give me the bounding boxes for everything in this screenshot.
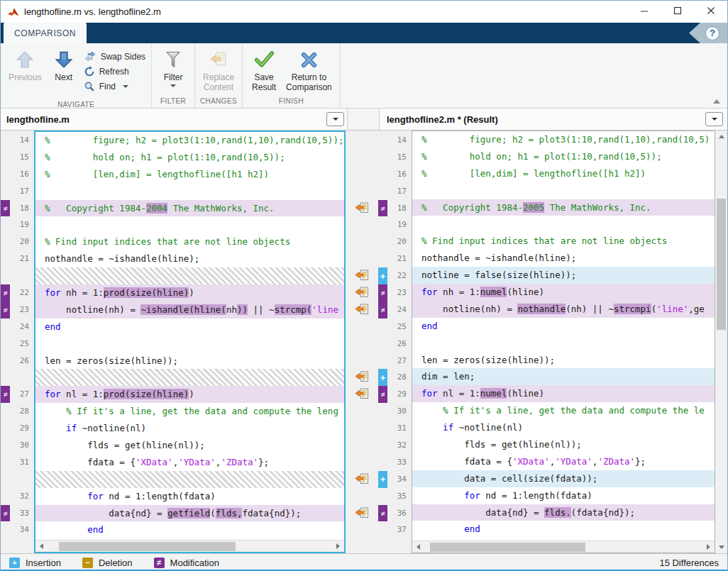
replace-content-merge-button[interactable]	[355, 507, 369, 519]
maximize-button[interactable]	[661, 1, 694, 23]
line-number: 36	[387, 505, 412, 522]
merge-cell	[346, 368, 378, 385]
marker-cell	[1, 521, 10, 538]
scrollbar-thumb[interactable]	[430, 543, 586, 552]
marker-cell	[1, 267, 10, 284]
collapse-ribbon-icon[interactable]	[713, 99, 720, 104]
code-line: for nh = 1:prod(size(hline))	[35, 284, 344, 301]
code-line: if ~notline(nl)	[412, 419, 715, 436]
left-pane-menu-button[interactable]	[326, 112, 344, 126]
find-button[interactable]: Find	[84, 79, 145, 94]
code-line: end	[35, 318, 344, 336]
line-number: 18	[10, 200, 34, 217]
code-line: % If it's a line, get the data and compu…	[412, 402, 715, 419]
merge-change-icon	[355, 374, 369, 384]
left-pane-header: lengthofline.m	[1, 109, 348, 130]
filter-button[interactable]: Filter	[156, 45, 190, 96]
minimize-button[interactable]	[627, 1, 661, 23]
titlebar: lengthofline.m vs. lengthofline2.m	[1, 1, 727, 23]
code-line: nothandle = ~ishandle(hline);	[35, 250, 344, 267]
toolbar-group-label: NAVIGATE	[5, 99, 147, 109]
left-horizontal-scrollbar[interactable]	[35, 540, 344, 552]
replace-content-merge-button[interactable]	[355, 371, 369, 382]
swap-sides-button[interactable]: Swap Sides	[84, 49, 145, 64]
line-number: 28	[387, 369, 412, 386]
save-result-button[interactable]: Save Result	[247, 45, 281, 96]
scroll-down-icon[interactable]	[715, 541, 727, 553]
return-to-comparison-button[interactable]: Return to Comparison	[282, 45, 336, 96]
close-button[interactable]	[694, 1, 727, 23]
scroll-right-icon[interactable]	[702, 541, 715, 553]
merge-cell	[346, 199, 378, 216]
marker-cell	[378, 166, 387, 183]
modification-marker: ≠	[1, 301, 10, 318]
insertion-icon: +	[9, 558, 20, 568]
legend: +Insertion−Deletion≠Modification	[9, 558, 219, 568]
scroll-left-icon[interactable]	[412, 541, 424, 553]
right-pane-menu-button[interactable]	[705, 112, 723, 126]
modification-marker: ≠	[1, 386, 10, 403]
code-line: fdata = {'XData','YData','ZData'};	[35, 454, 344, 471]
code-line: % Find input indices that are not line o…	[412, 233, 715, 250]
right-vertical-scrollbar[interactable]	[715, 131, 727, 553]
code-line: data{nd} = flds.(fdata{nd});	[412, 504, 715, 521]
replace-content-merge-button[interactable]	[355, 304, 369, 315]
line-number: 34	[387, 471, 412, 488]
refresh-button[interactable]: Refresh	[84, 64, 145, 79]
line-number: 26	[387, 336, 412, 353]
scroll-left-icon[interactable]	[35, 540, 48, 553]
merge-change-icon	[355, 272, 369, 283]
code-line	[35, 183, 344, 200]
right-change-marker-gutter: ≠+≠≠+≠+≠	[378, 131, 387, 553]
code-line: % If it's a line, get the data and compu…	[35, 403, 344, 420]
code-line: len = zeros(size(hline));	[35, 353, 344, 370]
marker-cell	[378, 488, 387, 505]
line-number: 32	[10, 488, 34, 505]
alignment-gap-row	[35, 267, 344, 284]
toolbar-group-label: CHANGES	[199, 96, 238, 108]
minimize-icon	[640, 6, 649, 17]
replace-content-merge-button[interactable]	[355, 473, 369, 484]
refresh-icon	[84, 66, 95, 77]
line-number: 22	[387, 267, 412, 284]
insertion-marker: +	[378, 369, 387, 386]
code-line: % Copyright 1984-2005 The MathWorks, Inc…	[412, 199, 715, 216]
chevron-down-icon	[712, 118, 717, 121]
scroll-right-icon[interactable]	[332, 540, 344, 553]
legend-label: Deletion	[99, 558, 133, 568]
line-number: 30	[387, 403, 412, 420]
help-button[interactable]: ?	[689, 23, 727, 43]
scrollbar-thumb[interactable]	[59, 542, 236, 551]
marker-cell	[378, 318, 387, 336]
code-line: % [len,dim] = lengthofline([h1 h2])	[35, 166, 344, 183]
maximize-icon	[673, 6, 682, 17]
line-number: 31	[10, 454, 34, 471]
line-number: 14	[10, 132, 34, 149]
left-line-number-gutter: 1415161718192021222324252627282930313233…	[10, 131, 34, 553]
replace-content-merge-button[interactable]	[355, 202, 369, 214]
line-number: 15	[10, 149, 34, 166]
replace-content-merge-button[interactable]	[355, 388, 369, 399]
merge-cell	[346, 487, 378, 504]
merge-cell	[346, 385, 378, 402]
code-line: end	[35, 521, 344, 538]
scrollbar-thumb[interactable]	[717, 199, 726, 330]
merge-cell	[346, 352, 378, 369]
line-number: 14	[387, 132, 412, 149]
modification-icon: ≠	[154, 558, 165, 568]
line-number: 22	[10, 284, 34, 301]
tab-comparison[interactable]: COMPARISON	[4, 23, 87, 43]
replace-content-merge-button[interactable]	[355, 287, 369, 298]
toolbar-small-button-stack: Swap SidesRefreshFind	[82, 45, 147, 99]
button-label: Next	[55, 72, 72, 82]
marker-cell	[1, 166, 10, 183]
scroll-up-icon[interactable]	[715, 131, 727, 143]
merge-change-icon	[355, 391, 369, 401]
right-code-rows: % figure; h2 = plot3(1:10,rand(1,10),ran…	[412, 131, 715, 540]
right-horizontal-scrollbar[interactable]	[412, 540, 715, 553]
line-number	[10, 471, 34, 488]
line-number: 32	[387, 437, 412, 454]
close-icon	[707, 6, 715, 17]
next-button[interactable]: Next	[47, 45, 81, 99]
replace-content-merge-button[interactable]	[355, 270, 369, 281]
